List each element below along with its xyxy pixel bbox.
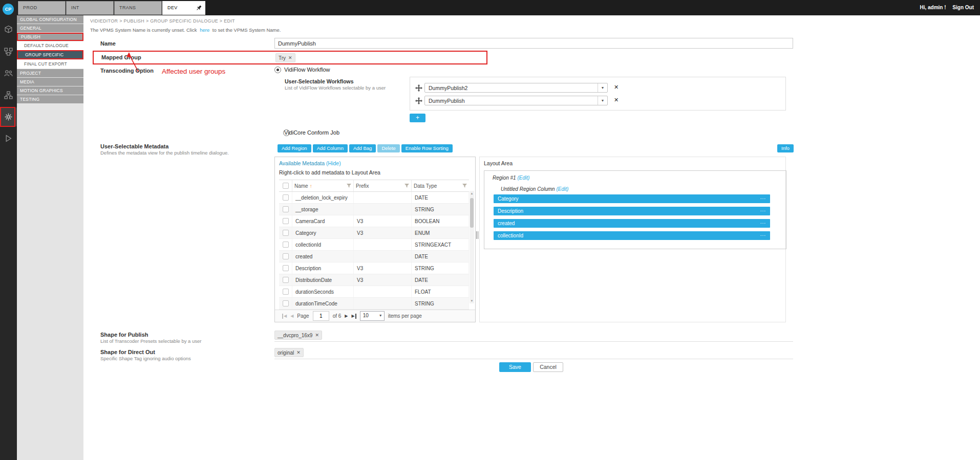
add-workflow-button[interactable]: +	[410, 114, 425, 122]
page-size-select[interactable]: 10 ▼	[360, 311, 385, 321]
delete-button[interactable]: Delete	[377, 144, 399, 152]
filter-icon[interactable]	[347, 184, 351, 188]
nav-publish[interactable]: PUBLISH	[17, 33, 83, 41]
available-metadata-panel: Available Metadata (Hide) Right-click to…	[274, 157, 476, 322]
enable-row-sorting-button[interactable]: Enable Row Sorting	[401, 144, 453, 152]
more-icon[interactable]: ...	[760, 230, 766, 238]
pager-prev-icon[interactable]: ◀	[290, 314, 293, 319]
tab-dev[interactable]: DEV	[162, 1, 205, 15]
pager-last-icon[interactable]: ▶	[352, 314, 356, 319]
nav-general[interactable]: GENERAL	[17, 24, 83, 32]
tab-int[interactable]: INT	[66, 1, 114, 15]
remove-icon[interactable]: ✕	[288, 55, 292, 60]
layout-field-created[interactable]: created ...	[494, 219, 770, 228]
more-icon[interactable]: ...	[760, 205, 766, 214]
layout-area-panel: Layout Area Region #1 (Edit) Untitled Re…	[479, 157, 786, 322]
tab-trans[interactable]: TRANS	[114, 1, 162, 15]
row-checkbox[interactable]	[283, 218, 289, 224]
table-scrollbar[interactable]: ▲ ▼	[470, 191, 474, 303]
workflow-icon[interactable]	[4, 47, 13, 56]
nav-global-configuration[interactable]: GLOBAL CONFIGURATION	[17, 15, 83, 24]
remove-icon[interactable]: ✕	[296, 350, 301, 355]
row-checkbox[interactable]	[283, 289, 289, 295]
layout-field-collectionid[interactable]: collectionId ...	[494, 231, 770, 240]
table-row[interactable]: __storage STRING	[279, 204, 469, 215]
column-header-data-type[interactable]: Data Type	[412, 180, 469, 191]
table-row[interactable]: Description V3 STRING	[279, 262, 469, 274]
column-header-prefix[interactable]: Prefix	[354, 180, 412, 191]
more-icon[interactable]: ...	[760, 193, 766, 202]
layout-area-title: Layout Area	[484, 160, 513, 166]
row-checkbox[interactable]	[283, 277, 289, 283]
filter-icon[interactable]	[404, 184, 409, 188]
mapped-group-row[interactable]: Mapped Group Try ✕	[93, 51, 487, 64]
table-row[interactable]: Category V3 ENUM	[279, 227, 469, 239]
nav-final-cut-export[interactable]: FINAL CUT EXPORT	[17, 60, 83, 69]
region-edit-link[interactable]: (Edit)	[517, 175, 529, 181]
layout-field-category[interactable]: Category ...	[494, 194, 770, 203]
row-checkbox[interactable]	[283, 206, 289, 212]
column-header-name[interactable]: Name ↑	[292, 180, 354, 191]
remove-workflow-2-icon[interactable]: ✕	[614, 97, 619, 103]
pager-first-icon[interactable]: ◀	[282, 314, 287, 319]
pager-next-icon[interactable]: ▶	[345, 314, 348, 319]
cancel-button[interactable]: Cancel	[533, 362, 563, 372]
pin-icon[interactable]	[196, 5, 202, 11]
more-icon[interactable]: ...	[760, 217, 766, 226]
shape-publish-field[interactable]: __dvcpro_16x9 ✕	[274, 329, 793, 342]
add-bag-button[interactable]: Add Bag	[349, 144, 376, 152]
table-row[interactable]: durationTimeCode STRING	[279, 298, 469, 310]
shape-direct-field[interactable]: original ✕	[274, 346, 793, 359]
table-row[interactable]: CameraCard V3 BOOLEAN	[279, 215, 469, 227]
users-icon[interactable]	[4, 69, 13, 78]
scroll-up-icon[interactable]: ▲	[470, 192, 474, 195]
remove-workflow-1-icon[interactable]: ✕	[614, 84, 619, 91]
drag-handle-icon[interactable]	[415, 97, 422, 104]
radio-vidiflow-workflow[interactable]	[274, 67, 281, 73]
filter-icon[interactable]	[462, 184, 467, 188]
table-row[interactable]: durationSeconds FLOAT	[279, 286, 469, 298]
row-checkbox[interactable]	[283, 230, 289, 236]
nav-project[interactable]: PROJECT	[17, 69, 83, 77]
vpms-here-link[interactable]: here	[200, 27, 209, 33]
chevron-down-icon[interactable]: ▼	[598, 96, 607, 105]
table-row[interactable]: created DATE	[279, 251, 469, 262]
scrollbar-thumb[interactable]	[470, 198, 474, 228]
hide-link[interactable]: (Hide)	[326, 160, 341, 166]
nav-media[interactable]: MEDIA	[17, 78, 83, 86]
table-row[interactable]: collectionId STRINGEXACT	[279, 239, 469, 251]
select-all-checkbox[interactable]	[283, 183, 289, 189]
tab-prod[interactable]: PROD	[18, 1, 66, 15]
package-icon[interactable]	[4, 25, 13, 34]
panel-splitter-handle[interactable]	[476, 231, 478, 239]
add-region-button[interactable]: Add Region	[278, 144, 311, 152]
table-row[interactable]: DistributionDate V3 DATE	[279, 274, 469, 286]
workflow-select-2[interactable]: DummyPublish ▼	[424, 96, 608, 105]
nav-default-dialogue[interactable]: DEFAULT DIALOGUE	[17, 41, 83, 50]
configuration-icon[interactable]	[4, 113, 13, 121]
nav-testing[interactable]: TESTING	[17, 95, 83, 103]
editor-icon[interactable]	[4, 134, 13, 143]
nav-group-specific-dialogue[interactable]: GROUP SPECIFIC DIALO...	[17, 50, 83, 59]
layout-field-description[interactable]: Description ...	[494, 207, 770, 215]
row-checkbox[interactable]	[283, 242, 289, 248]
save-button[interactable]: Save	[499, 362, 531, 372]
pager-page-input[interactable]	[313, 311, 329, 321]
sign-out-link[interactable]: Sign Out	[952, 5, 974, 10]
row-checkbox[interactable]	[283, 253, 289, 259]
add-column-button[interactable]: Add Column	[313, 144, 348, 152]
name-input[interactable]	[274, 38, 793, 49]
info-button[interactable]: Info	[777, 144, 794, 152]
hierarchy-icon[interactable]	[4, 91, 13, 100]
column-edit-link[interactable]: (Edit)	[556, 186, 568, 192]
chevron-down-icon[interactable]: ▼	[598, 83, 607, 92]
table-row[interactable]: __deletion_lock_expiry DATE	[279, 192, 469, 204]
drag-handle-icon[interactable]	[415, 84, 422, 92]
row-checkbox[interactable]	[283, 300, 289, 306]
workflow-select-1[interactable]: DummyPublish2 ▼	[424, 83, 608, 93]
row-checkbox[interactable]	[283, 265, 289, 271]
scroll-down-icon[interactable]: ▼	[470, 299, 474, 302]
nav-motion-graphics[interactable]: MOTION GRAPHICS	[17, 86, 83, 95]
row-checkbox[interactable]	[283, 194, 289, 201]
remove-icon[interactable]: ✕	[315, 333, 319, 338]
